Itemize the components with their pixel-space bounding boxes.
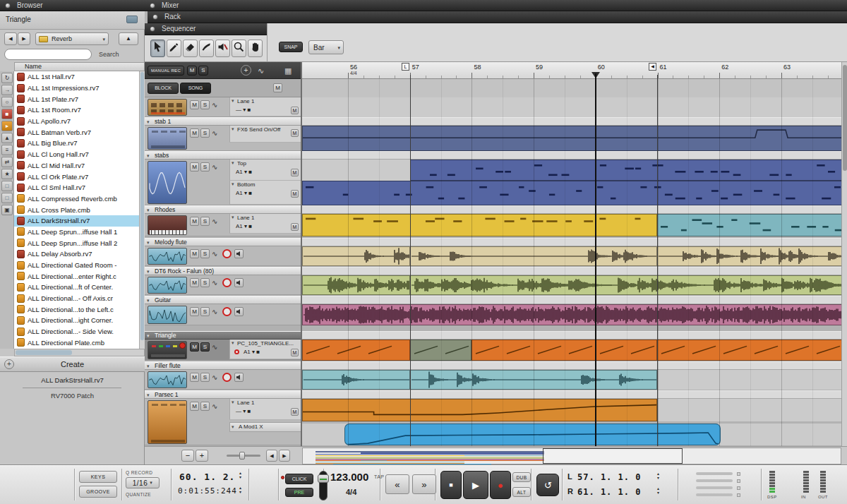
file-item[interactable]: ALL 1st Hall.rv7 xyxy=(14,71,145,83)
scrollbar-thumb[interactable] xyxy=(140,72,144,340)
track-mute-button[interactable]: M xyxy=(190,249,199,258)
song-position-time[interactable]: 0:01:55:244 xyxy=(178,486,237,496)
tool-pencil[interactable] xyxy=(167,40,181,57)
clip-triangle-0[interactable] xyxy=(302,340,410,361)
alt-button[interactable]: ALT xyxy=(512,487,531,497)
disclosure-triangle-icon[interactable]: ▾ xyxy=(147,206,150,214)
track-name-Rhodes[interactable]: ▾Rhodes xyxy=(145,205,302,214)
lane-fx6-send-on-off[interactable]: ▾FX6 Send On/OffM xyxy=(229,126,302,143)
clip-melody-flute-0[interactable] xyxy=(302,246,410,266)
lane-target-selector[interactable]: A1 ▾ ■ xyxy=(236,223,252,229)
device-icon-synth-wave[interactable] xyxy=(148,161,187,204)
clip-rhodes-1[interactable] xyxy=(657,214,847,236)
timeline-vscrollbar[interactable] xyxy=(841,62,847,446)
tool-eraser[interactable] xyxy=(183,40,198,57)
track-solo-button[interactable]: S xyxy=(200,100,210,109)
disclosure-triangle-icon[interactable]: ▾ xyxy=(232,340,234,346)
track-name-Triangle[interactable]: ▾Triangle xyxy=(145,331,302,340)
lane-automation-icon[interactable]: ∿ xyxy=(212,279,217,287)
disclosure-triangle-icon[interactable]: ▾ xyxy=(232,423,234,431)
file-item[interactable]: ALL Directional...to the Left.c xyxy=(14,304,145,315)
device-icon-synth-blue[interactable] xyxy=(148,127,187,150)
clip-stabs-bottom-0[interactable] xyxy=(302,181,847,205)
track-name-stabs[interactable]: ▾stabs xyxy=(145,151,302,160)
back-button[interactable]: ◀ xyxy=(4,32,17,45)
block-button[interactable]: BLOCK xyxy=(148,83,179,94)
lane-lane-1[interactable]: ▾Lane 1— ▾ ■M xyxy=(229,97,302,116)
disclosure-triangle-icon[interactable]: ▾ xyxy=(232,160,234,166)
master-lane-mute-button[interactable]: M xyxy=(273,83,282,92)
file-item[interactable]: ALL Directional...ight Corner. xyxy=(14,315,145,326)
disclosure-triangle-icon[interactable]: ▾ xyxy=(232,181,234,187)
folder-icon[interactable] xyxy=(126,16,138,23)
file-item[interactable]: ALL Cl Sml Hall.rv7 xyxy=(14,182,145,193)
track-solo-button[interactable]: S xyxy=(200,162,210,172)
disclosure-triangle-icon[interactable]: ▾ xyxy=(147,152,150,160)
lane-mute-button[interactable]: M xyxy=(291,223,299,231)
track-name-Guitar[interactable]: ▾Guitar xyxy=(145,296,302,304)
lane-automation-icon[interactable]: ∿ xyxy=(212,250,217,258)
track-mute-button[interactable]: M xyxy=(190,128,199,138)
grid-view-icon[interactable]: ▦ xyxy=(284,66,292,76)
disclosure-triangle-icon[interactable]: ▾ xyxy=(232,400,234,405)
play-button[interactable]: ▶ xyxy=(463,471,488,499)
record-enable-button[interactable] xyxy=(222,307,232,316)
forward-button[interactable]: ▶ xyxy=(18,32,30,45)
file-item[interactable]: ALL Batman Verb.rv7 xyxy=(14,126,145,138)
lane-mute-button[interactable]: M xyxy=(291,349,299,356)
track-name-Filler flute[interactable]: ▾Filler flute xyxy=(145,361,302,370)
track-mute-button[interactable]: M xyxy=(190,307,199,316)
lane-automation-icon[interactable]: ∿ xyxy=(212,101,217,109)
song-position-bars[interactable]: 60. 1. 2. xyxy=(179,472,235,482)
disclosure-triangle-icon[interactable]: ▾ xyxy=(147,239,150,246)
file-item[interactable]: ALL Cl Long Hall.rv7 xyxy=(14,149,145,160)
lane-mute-button[interactable]: M xyxy=(291,408,299,416)
scrollbar-thumb[interactable] xyxy=(843,65,847,171)
lane-mute-button[interactable]: M xyxy=(291,190,299,198)
track-mute-button[interactable]: M xyxy=(190,402,199,411)
file-list[interactable]: ALL 1st Hall.rv7ALL 1st Impressions.rv7A… xyxy=(14,71,145,349)
click-button[interactable]: CLICK xyxy=(285,474,313,484)
lane-pc-105-triangle-[interactable]: ▾PC_105_TRIANGLE...A1 ▾ ■M xyxy=(229,340,302,359)
lane-target-selector[interactable]: — ▾ ■ xyxy=(236,408,251,414)
file-item[interactable]: ALL Delay Absorb.rv7 xyxy=(14,248,145,260)
pre-button[interactable]: PRE xyxy=(285,488,313,497)
file-list-hscrollbar[interactable] xyxy=(14,349,145,356)
automation-icon[interactable]: ∿ xyxy=(258,66,264,76)
auto-browse-icon[interactable]: ↻ xyxy=(1,73,13,83)
track-mute-button[interactable]: M xyxy=(190,162,199,172)
loop-right-value[interactable]: 61. 1. 1. 0 xyxy=(577,487,641,497)
tempo-value[interactable]: 123.000 xyxy=(330,471,368,483)
tool-razor[interactable] xyxy=(199,40,214,57)
zoom-in-button[interactable]: + xyxy=(196,450,208,462)
file-item[interactable]: ALL Directional...ft of Center. xyxy=(14,282,145,293)
master-mute-button[interactable]: M xyxy=(187,66,197,76)
file-item[interactable]: ALL Cl Mid Hall.rv7 xyxy=(14,160,145,172)
loop-right-spinner[interactable]: ▴▾ xyxy=(655,487,661,495)
device-icon-audio-device[interactable] xyxy=(148,248,187,265)
parent-folder-icon[interactable]: ▲ xyxy=(1,133,13,143)
track-solo-button[interactable]: S xyxy=(200,307,210,316)
record-enable-button[interactable] xyxy=(222,373,232,382)
add-track-icon[interactable]: + xyxy=(241,65,251,76)
clip-a-mod1-x-0[interactable] xyxy=(344,424,721,445)
keys-button[interactable]: KEYS xyxy=(79,471,117,483)
clip-dt6-rock-0[interactable] xyxy=(302,275,410,295)
h-zoom-thumb[interactable] xyxy=(239,452,245,460)
file-list-scrollbar[interactable] xyxy=(139,71,145,349)
window-button-icon[interactable] xyxy=(152,14,158,20)
lane-automation-icon[interactable]: ∿ xyxy=(212,163,217,171)
track-mute-button[interactable]: M xyxy=(190,342,199,352)
quantize-value-dropdown[interactable]: 1/16▾ xyxy=(126,477,160,488)
track-name-Parsec 1[interactable]: ▾Parsec 1 xyxy=(145,390,302,399)
track-mute-button[interactable]: M xyxy=(190,217,199,226)
position-spinner[interactable]: ▴▾ xyxy=(237,472,244,479)
monitor-speaker-icon[interactable] xyxy=(234,373,244,382)
device-icon-audio-device[interactable] xyxy=(148,371,187,388)
favorites-icon[interactable]: ★ xyxy=(1,169,13,179)
stop-button[interactable]: ■ xyxy=(440,471,462,499)
play-preview-icon[interactable]: ▸ xyxy=(1,121,13,131)
lane-mute-button[interactable]: M xyxy=(291,169,299,176)
song-button[interactable]: SONG xyxy=(180,83,211,94)
show-details-icon[interactable]: ≡ xyxy=(1,145,13,155)
